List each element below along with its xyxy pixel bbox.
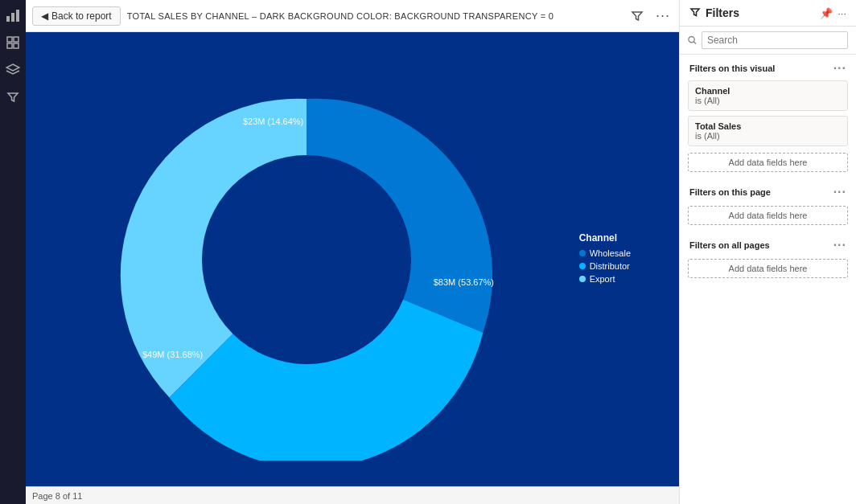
- sidebar-icon-chart[interactable]: [4, 6, 22, 24]
- filter-channel-value: is (All): [695, 96, 841, 105]
- filters-on-page-label: Filters on this page: [689, 187, 771, 197]
- filters-on-visual-more[interactable]: ···: [833, 61, 846, 76]
- svg-rect-4: [14, 37, 19, 42]
- export-dot: [579, 276, 586, 282]
- svg-point-8: [689, 36, 694, 42]
- chart-container: $23M (14.64%) $83M (53.67%) $49M (31.68%…: [26, 32, 679, 486]
- filter-card-total-sales[interactable]: Total Sales is (All): [688, 116, 848, 146]
- svg-rect-1: [11, 13, 14, 22]
- wholesale-dot: [579, 250, 586, 256]
- add-data-all-button[interactable]: Add data fields here: [688, 259, 848, 278]
- filters-on-page-header: Filters on this page ···: [680, 178, 856, 203]
- filters-header-icon: [689, 7, 701, 18]
- back-arrow-icon: ◀: [41, 10, 48, 22]
- add-data-page-button[interactable]: Add data fields here: [688, 206, 848, 225]
- export-label: $23M (14.64%): [243, 117, 303, 126]
- legend-title: Channel: [579, 232, 631, 244]
- more-options-icon[interactable]: ···: [653, 6, 673, 26]
- distributor-label: $49M (31.68%): [142, 350, 203, 359]
- filters-panel-title: Filters: [706, 6, 815, 19]
- donut-chart: [89, 59, 524, 461]
- chart-legend: Channel Wholesale Distributor Export: [579, 232, 631, 287]
- chart-title-label: TOTAL SALES BY CHANNEL – DARK BACKGROUND…: [127, 11, 554, 21]
- filters-on-all-more[interactable]: ···: [833, 238, 846, 252]
- back-to-report-button[interactable]: ◀ Back to report: [32, 6, 121, 26]
- svg-line-9: [693, 42, 696, 44]
- legend-export-label: Export: [590, 274, 615, 284]
- svg-rect-6: [14, 43, 19, 48]
- search-icon: [688, 35, 697, 45]
- svg-rect-0: [6, 16, 10, 22]
- filter-channel-name: Channel: [695, 86, 841, 96]
- sidebar-icon-filter[interactable]: [4, 88, 22, 106]
- filters-header: Filters 📌 ···: [680, 0, 856, 27]
- legend-item-distributor: Distributor: [579, 261, 631, 271]
- legend-item-wholesale: Wholesale: [579, 248, 631, 258]
- page-info: Page 8 of 11: [32, 491, 82, 501]
- svg-rect-2: [16, 10, 19, 22]
- svg-rect-3: [7, 37, 12, 42]
- filter-total-sales-value: is (All): [695, 131, 841, 141]
- filter-toolbar-icon[interactable]: [628, 6, 647, 26]
- filters-on-all-label: Filters on all pages: [689, 240, 770, 250]
- status-bar: Page 8 of 11: [26, 486, 679, 504]
- filters-pin-icon[interactable]: 📌: [820, 7, 833, 19]
- svg-rect-5: [7, 43, 12, 48]
- toolbar: ◀ Back to report TOTAL SALES BY CHANNEL …: [26, 0, 679, 32]
- wholesale-label: $83M (53.67%): [434, 277, 494, 287]
- left-sidebar: [0, 0, 26, 504]
- search-input[interactable]: [702, 31, 848, 49]
- filters-on-all-header: Filters on all pages ···: [680, 232, 856, 256]
- filter-card-channel[interactable]: Channel is (All): [688, 80, 848, 111]
- filters-search-area: [680, 27, 856, 55]
- filters-panel: Filters 📌 ··· Filters on this visual ···…: [679, 0, 856, 504]
- legend-item-export: Export: [579, 274, 631, 284]
- filter-total-sales-name: Total Sales: [695, 121, 841, 131]
- filters-more-icon[interactable]: ···: [837, 7, 846, 19]
- main-area: ◀ Back to report TOTAL SALES BY CHANNEL …: [26, 0, 679, 504]
- filters-on-visual-header: Filters on this visual ···: [680, 55, 856, 79]
- svg-point-7: [202, 155, 411, 364]
- legend-wholesale-label: Wholesale: [590, 248, 631, 258]
- filters-on-page-more[interactable]: ···: [833, 185, 846, 199]
- sidebar-icon-grid[interactable]: [4, 34, 22, 51]
- filters-on-visual-label: Filters on this visual: [689, 64, 775, 73]
- add-data-visual-button[interactable]: Add data fields here: [688, 153, 848, 172]
- back-button-label: Back to report: [51, 10, 112, 22]
- distributor-dot: [579, 263, 586, 269]
- legend-distributor-label: Distributor: [590, 261, 630, 271]
- sidebar-icon-layers[interactable]: [4, 61, 22, 79]
